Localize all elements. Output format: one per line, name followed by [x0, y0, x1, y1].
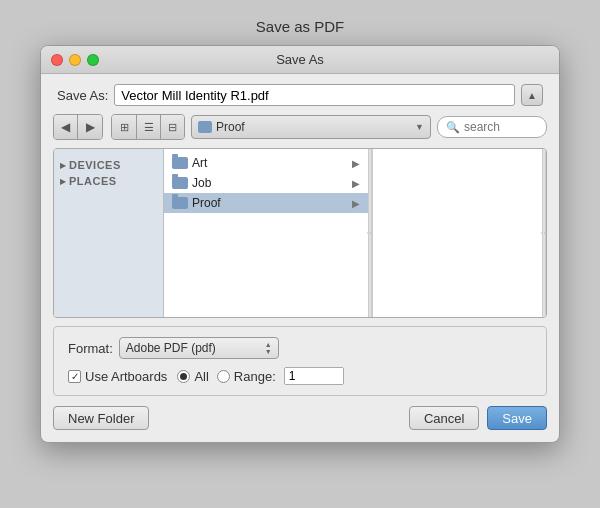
list-item[interactable]: Art ▶ [164, 153, 368, 173]
view-buttons: ⊞ ☰ ⊟ [111, 114, 185, 140]
radio-range-icon [217, 370, 230, 383]
save-as-input[interactable] [114, 84, 515, 106]
artboards-label: Use Artboards [85, 369, 167, 384]
back-button[interactable]: ◀ [54, 115, 78, 139]
file-arrow-icon: ▶ [352, 198, 360, 209]
radio-group: All Range: [177, 367, 343, 385]
footer-row: New Folder Cancel Save [41, 396, 559, 442]
checkbox-icon: ✓ [68, 370, 81, 383]
toolbar-row: ◀ ▶ ⊞ ☰ ⊟ Proof ▼ 🔍 [41, 114, 559, 148]
traffic-lights [51, 54, 99, 66]
column-view-button[interactable]: ⊟ [160, 115, 184, 139]
file-arrow-icon: ▶ [352, 178, 360, 189]
maximize-button[interactable] [87, 54, 99, 66]
search-input[interactable] [464, 120, 539, 134]
forward-button[interactable]: ▶ [78, 115, 102, 139]
page-title: Save as PDF [256, 18, 344, 35]
file-list-panel-2 [372, 149, 542, 317]
location-label: Proof [216, 120, 411, 134]
file-item-name: Job [192, 176, 348, 190]
all-radio-label: All [194, 369, 208, 384]
folder-icon-proof [172, 197, 188, 209]
location-dropdown[interactable]: Proof ▼ [191, 115, 431, 139]
stepper-icon: ▲ ▼ [265, 341, 272, 355]
folder-icon [198, 121, 212, 133]
footer-right: Cancel Save [409, 406, 547, 430]
title-bar: Save As [41, 46, 559, 74]
artboards-row: ✓ Use Artboards All Range: [68, 367, 532, 385]
sidebar-devices-label: DEVICES [69, 159, 121, 171]
sidebar-devices-header[interactable]: ▶ DEVICES [54, 157, 163, 173]
search-field[interactable]: 🔍 [437, 116, 547, 138]
window-title: Save As [276, 52, 324, 67]
range-radio-label: Range: [234, 369, 276, 384]
new-folder-button[interactable]: New Folder [53, 406, 149, 430]
file-list-panel: Art ▶ Job ▶ Proof ▶ [164, 149, 368, 317]
search-icon: 🔍 [446, 121, 460, 134]
cancel-button[interactable]: Cancel [409, 406, 479, 430]
column-divider-2[interactable]: ⋮ [542, 149, 546, 317]
bottom-section: Format: Adobe PDF (pdf) ▲ ▼ ✓ Use Artboa… [53, 326, 547, 396]
radio-all-icon [177, 370, 190, 383]
range-radio[interactable]: Range: [217, 369, 276, 384]
list-item[interactable]: Job ▶ [164, 173, 368, 193]
file-item-name: Proof [192, 196, 348, 210]
checkmark-icon: ✓ [71, 371, 79, 382]
folder-icon-job [172, 177, 188, 189]
sidebar-places-label: PLACES [69, 175, 117, 187]
list-view-button[interactable]: ☰ [136, 115, 160, 139]
format-label: Format: [68, 341, 113, 356]
expand-button[interactable]: ▲ [521, 84, 543, 106]
sidebar: ▶ DEVICES ▶ PLACES [54, 149, 164, 317]
close-button[interactable] [51, 54, 63, 66]
all-radio[interactable]: All [177, 369, 208, 384]
range-input[interactable] [284, 367, 344, 385]
triangle-icon-2: ▶ [60, 177, 66, 186]
file-arrow-icon: ▶ [352, 158, 360, 169]
minimize-button[interactable] [69, 54, 81, 66]
sidebar-places-header[interactable]: ▶ PLACES [54, 173, 163, 189]
use-artboards-checkbox[interactable]: ✓ Use Artboards [68, 369, 167, 384]
format-row: Format: Adobe PDF (pdf) ▲ ▼ [68, 337, 532, 359]
file-item-name: Art [192, 156, 348, 170]
nav-buttons: ◀ ▶ [53, 114, 103, 140]
chevron-down-icon: ▼ [415, 122, 424, 132]
format-value: Adobe PDF (pdf) [126, 341, 261, 355]
list-item[interactable]: Proof ▶ [164, 193, 368, 213]
expand-arrow-icon: ▲ [527, 90, 537, 101]
divider-handle-icon-2: ⋮ [540, 229, 547, 237]
format-dropdown[interactable]: Adobe PDF (pdf) ▲ ▼ [119, 337, 279, 359]
content-area: ▶ DEVICES ▶ PLACES Art ▶ Job ▶ [53, 148, 547, 318]
triangle-icon: ▶ [60, 161, 66, 170]
save-as-row: Save As: ▲ [41, 74, 559, 114]
folder-icon-art [172, 157, 188, 169]
save-button[interactable]: Save [487, 406, 547, 430]
save-dialog: Save As Save As: ▲ ◀ ▶ ⊞ ☰ ⊟ Proof [40, 45, 560, 443]
icon-view-button[interactable]: ⊞ [112, 115, 136, 139]
save-as-label: Save As: [57, 88, 108, 103]
